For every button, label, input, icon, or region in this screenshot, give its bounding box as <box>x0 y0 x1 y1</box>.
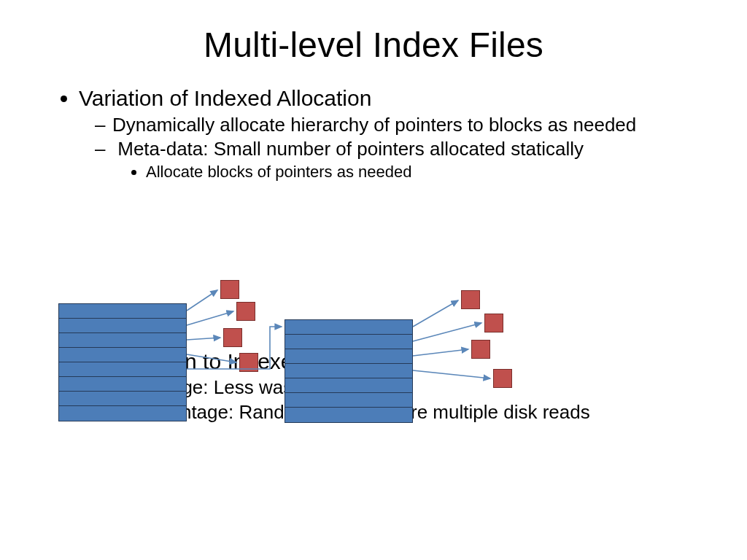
svg-line-5 <box>413 323 481 341</box>
svg-line-7 <box>413 370 490 378</box>
bullet-text: Meta-data: Small number of pointers allo… <box>117 138 584 160</box>
bullet-item-1-2: Meta-data: Small number of pointers allo… <box>112 138 703 182</box>
index-diagram <box>58 280 569 438</box>
svg-line-6 <box>413 349 468 356</box>
arrows-layer <box>58 280 569 438</box>
bullet-text: Variation of Indexed Allocation <box>79 86 371 110</box>
bullet-text: Dynamically allocate hierarchy of pointe… <box>112 114 636 136</box>
bullet-text: Allocate blocks of pointers as needed <box>146 163 411 181</box>
slide-title: Multi-level Index Files <box>0 0 747 65</box>
svg-line-1 <box>187 311 233 325</box>
bullet-item-1-2-1: Allocate blocks of pointers as needed <box>146 163 703 182</box>
svg-line-2 <box>187 338 220 340</box>
svg-line-3 <box>187 354 236 362</box>
svg-line-0 <box>187 290 217 311</box>
svg-line-4 <box>413 300 458 327</box>
bullet-item-1-1: Dynamically allocate hierarchy of pointe… <box>112 114 703 137</box>
